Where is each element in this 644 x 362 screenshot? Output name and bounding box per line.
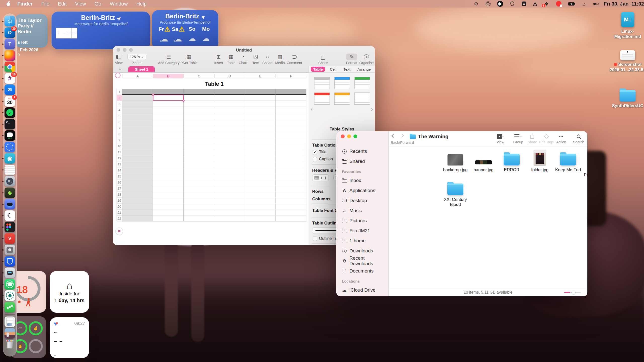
file-item-xxi-century-blood[interactable]: XXI Century Blood [441, 178, 469, 207]
menu-window[interactable]: Window [106, 1, 132, 7]
sidebar-item-documents[interactable]: Documents [340, 267, 386, 275]
sidebar-item-shared[interactable]: Shared [340, 157, 386, 165]
dock-item-mediastack[interactable] [5, 328, 15, 339]
cell-D6[interactable] [214, 119, 245, 125]
cell-C20[interactable] [184, 203, 214, 209]
finder-toolbar-group[interactable]: ⌄Group [513, 133, 523, 144]
styles-prev-arrow[interactable]: ‹ [311, 106, 312, 113]
cell-E18[interactable] [245, 191, 276, 197]
cell-C3[interactable] [184, 101, 214, 107]
sidebar-item-1-home[interactable]: 1-home [340, 237, 386, 245]
cell-A18[interactable] [122, 191, 153, 197]
cell-B6[interactable] [153, 119, 184, 125]
row-header-7[interactable]: 7 [116, 125, 122, 131]
column-header-E[interactable]: E [245, 74, 276, 78]
dropbox-icon[interactable]: ❖1 [544, 1, 549, 7]
cell-C7[interactable] [184, 125, 214, 131]
sidebar-item-desktop[interactable]: Desktop [340, 197, 386, 205]
finder-toolbar-action[interactable]: •••Action [556, 133, 566, 144]
cell-C5[interactable] [184, 113, 214, 119]
row-header-14[interactable]: 14 [116, 167, 122, 173]
deploy-triangle-icon[interactable] [533, 2, 537, 6]
cell-B12[interactable] [153, 155, 184, 161]
cell-C19[interactable] [184, 197, 214, 203]
cell-B5[interactable] [153, 113, 184, 119]
cell-E12[interactable] [245, 155, 276, 161]
slider-knob[interactable] [572, 291, 575, 294]
reorganize-button[interactable]: = [115, 228, 123, 235]
row-header-8[interactable]: 8 [116, 131, 122, 137]
cell-B17[interactable] [153, 185, 184, 191]
sidebar-item-recents[interactable]: Recents [340, 147, 386, 155]
spreadsheet-canvas[interactable]: ABCDEFTable 1123456789101112131415161718… [113, 73, 309, 245]
dock-item-calendar[interactable]: Fri301 [5, 96, 15, 107]
taylor-party-widget[interactable]: The Taylor Party // Berlin s left . Feb … [15, 14, 48, 48]
cell-B18[interactable] [153, 191, 184, 197]
cell-A1[interactable] [122, 89, 153, 95]
menu-go[interactable]: Go [90, 1, 106, 7]
cell-D16[interactable] [214, 179, 245, 185]
toolbar-shape[interactable]: ○Shape [262, 54, 272, 65]
cell-C21[interactable] [184, 209, 214, 215]
dock-item-moon[interactable]: ☾ [5, 210, 15, 221]
cell-C9[interactable] [184, 137, 214, 143]
table-style-5[interactable] [334, 93, 350, 105]
cell-C16[interactable] [184, 179, 214, 185]
cell-B19[interactable] [153, 197, 184, 203]
cell-E19[interactable] [245, 197, 276, 203]
focus-mode-icon[interactable] [486, 1, 491, 6]
table-style-1[interactable] [314, 77, 330, 89]
finder-toolbar-search[interactable]: Search [573, 133, 584, 144]
cell-C17[interactable] [184, 185, 214, 191]
cell-E10[interactable] [245, 143, 276, 149]
dock-item-stats[interactable] [5, 302, 15, 312]
back-button[interactable] [392, 134, 396, 138]
dock-item-teams[interactable]: T [5, 39, 15, 49]
column-header-A[interactable]: A [122, 74, 153, 78]
cell-B7[interactable] [153, 125, 184, 131]
cell-E4[interactable] [245, 107, 276, 113]
format-tab-text[interactable]: Text [341, 67, 353, 72]
file-item-backdrop-jpg[interactable]: backdrop.jpg [441, 149, 469, 172]
file-item-keep-me-fed[interactable]: Keep Me Fed [554, 149, 582, 172]
cell-F18[interactable] [276, 191, 306, 197]
cell-D1[interactable] [214, 89, 245, 95]
menu-file[interactable]: File [37, 1, 54, 7]
sidebar-item-pictures[interactable]: Pictures [340, 217, 386, 225]
cell-E15[interactable] [245, 173, 276, 179]
toolbar-media[interactable]: ▨Media [275, 54, 285, 65]
cell-F22[interactable] [276, 215, 306, 221]
cell-D14[interactable] [214, 167, 245, 173]
cell-F8[interactable] [276, 131, 306, 137]
cell-F12[interactable] [276, 155, 306, 161]
dock-item-threema[interactable] [5, 130, 15, 141]
cell-A8[interactable] [122, 131, 153, 137]
finder-window[interactable]: RecentsSharedFavouritesInboxAApplication… [336, 131, 587, 296]
column-header-F[interactable]: F [276, 74, 306, 78]
desktop-icon-linux-migration[interactable]: M↓ Linux-Migration.md [609, 12, 644, 39]
cell-D3[interactable] [214, 101, 245, 107]
apple-menu-icon[interactable] [6, 2, 11, 6]
cell-C2[interactable] [184, 95, 214, 101]
cell-A5[interactable] [122, 113, 153, 119]
cell-B20[interactable] [153, 203, 184, 209]
toolbar-organise[interactable]: ≡Organise [359, 54, 374, 65]
cell-D9[interactable] [214, 137, 245, 143]
cell-F3[interactable] [276, 101, 306, 107]
cell-E5[interactable] [245, 113, 276, 119]
cell-A2[interactable] [122, 95, 153, 101]
cell-D13[interactable] [214, 161, 245, 167]
dock-item-config[interactable] [5, 245, 15, 255]
sidebar-item-recent-downloads[interactable]: ⚙Recent Downloads [340, 257, 386, 265]
cell-C15[interactable] [184, 173, 214, 179]
table-style-2[interactable] [334, 77, 350, 89]
row-header-15[interactable]: 15 [116, 173, 122, 179]
dock-item-mail[interactable]: ✉ [5, 84, 15, 95]
cell-A16[interactable] [122, 179, 153, 185]
row-header-6[interactable]: 6 [116, 119, 122, 125]
toolbar-view[interactable]: View [115, 54, 123, 65]
cell-F14[interactable] [276, 167, 306, 173]
cell-B3[interactable] [153, 101, 184, 107]
control-center-icon[interactable] [593, 1, 599, 7]
battery-charging-icon[interactable]: ↯ [568, 2, 575, 6]
